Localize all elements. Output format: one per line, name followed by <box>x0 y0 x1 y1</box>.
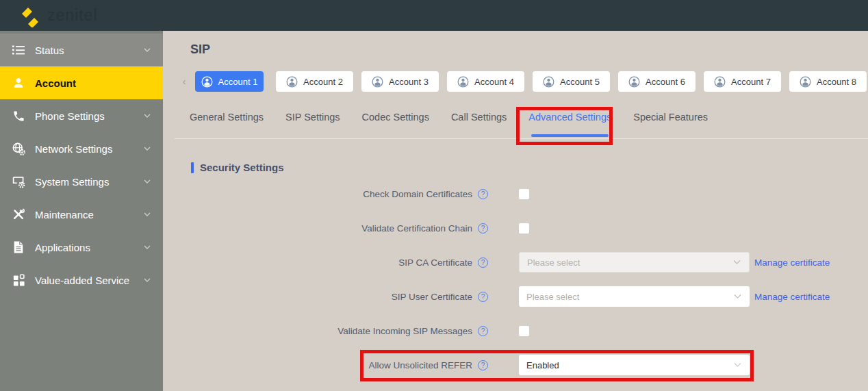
account-tab-label: Account 5 <box>560 77 600 87</box>
document-icon <box>10 239 27 255</box>
account-tab-label: Account 6 <box>646 77 685 87</box>
account-tabs-row: ‹ Account 1 Account 2 <box>180 71 868 92</box>
chevron-down-icon <box>144 245 151 249</box>
user-circle-icon <box>714 76 726 88</box>
sidebar-item-value-added-service[interactable]: Value-added Service <box>0 264 163 297</box>
sidebar-item-phone-settings[interactable]: Phone Settings <box>0 99 163 132</box>
allow-unsolicited-refer-select[interactable]: Enabled <box>519 355 750 375</box>
sidebar-item-label: Network Settings <box>35 143 112 155</box>
chevron-down-icon <box>144 212 151 216</box>
sidebar-item-label: Phone Settings <box>35 110 105 122</box>
check-domain-certificates-checkbox[interactable] <box>519 189 529 199</box>
sidebar-item-network-settings[interactable]: Network Settings <box>0 132 163 165</box>
user-circle-icon <box>286 76 298 88</box>
section-header: Security Settings <box>191 162 284 173</box>
chevron-down-icon <box>144 179 151 184</box>
account-tab-label: Account 1 <box>218 77 258 87</box>
brand-name: zenitel <box>47 6 97 25</box>
tab-special-features[interactable]: Special Features <box>633 108 708 137</box>
account-tab-label: Account 8 <box>817 77 856 87</box>
form-row-validate-certification-chain: Validate Certification Chain ? <box>163 211 868 245</box>
account-tab-4[interactable]: Account 4 <box>447 71 524 92</box>
account-tab-7[interactable]: Account 7 <box>704 71 781 92</box>
globe-gear-icon <box>10 140 27 157</box>
form-row-sip-user-certificate: SIP User Certificate ? Please select Man… <box>163 279 868 314</box>
section-accent-bar <box>191 162 194 173</box>
select-value: Enabled <box>526 360 559 370</box>
help-icon[interactable]: ? <box>478 257 488 268</box>
security-settings-form: Check Domain Certificates ? Validate Cer… <box>163 177 868 382</box>
sidebar-item-status[interactable]: Status <box>0 34 163 66</box>
sip-user-certificate-select[interactable]: Please select <box>519 286 750 307</box>
monitor-gear-icon <box>10 173 27 190</box>
chevron-down-icon <box>144 114 151 118</box>
account-tab-3[interactable]: Account 3 <box>361 71 439 92</box>
chevron-down-icon <box>733 260 741 265</box>
account-tab-1[interactable]: Account 1 <box>195 71 264 92</box>
manage-certificate-link[interactable]: Manage certificate <box>754 292 830 302</box>
sidebar-item-applications[interactable]: Applications <box>0 231 163 264</box>
validate-certification-chain-checkbox[interactable] <box>519 223 529 234</box>
account-tab-5[interactable]: Account 5 <box>533 71 610 92</box>
tab-codec-settings[interactable]: Codec Settings <box>362 108 429 137</box>
field-label: Validate Certification Chain <box>163 223 472 234</box>
account-tab-label: Account 7 <box>731 77 771 87</box>
account-tab-label: Account 4 <box>474 77 514 87</box>
app-window: zenitel Status Account <box>0 0 868 391</box>
field-label: SIP CA Certificate <box>163 257 472 268</box>
top-header-bar: zenitel <box>0 0 868 31</box>
tab-sip-settings[interactable]: SIP Settings <box>285 108 340 137</box>
select-value: Please select <box>527 257 580 268</box>
grid-icon <box>10 272 27 288</box>
form-row-sip-ca-certificate: SIP CA Certificate ? Please select Manag… <box>163 245 868 279</box>
help-icon[interactable]: ? <box>478 189 488 199</box>
list-icon <box>10 42 27 58</box>
user-circle-icon <box>201 76 213 88</box>
form-row-allow-unsolicited-refer: Allow Unsolicited REFER ? Enabled <box>163 348 868 382</box>
page-title: SIP <box>190 42 210 57</box>
help-icon[interactable]: ? <box>478 326 488 336</box>
account-tab-2[interactable]: Account 2 <box>276 71 353 92</box>
chevron-down-icon <box>734 294 741 299</box>
sidebar-item-label: Value-added Service <box>35 275 129 286</box>
validate-incoming-sip-messages-checkbox[interactable] <box>519 326 529 336</box>
zenitel-logo-icon <box>18 4 42 27</box>
account-tab-8[interactable]: Account 8 <box>789 71 867 92</box>
user-circle-icon <box>800 76 811 88</box>
sidebar-nav: Status Account Phone Settings <box>0 31 163 391</box>
tab-general-settings[interactable]: General Settings <box>190 108 264 137</box>
user-icon <box>10 75 27 91</box>
chevron-down-icon <box>144 278 151 282</box>
form-row-check-domain-certificates: Check Domain Certificates ? <box>163 177 868 211</box>
section-title: Security Settings <box>200 162 284 173</box>
chevron-down-icon <box>144 147 151 151</box>
tools-icon <box>10 206 27 223</box>
manage-certificate-link[interactable]: Manage certificate <box>754 257 830 268</box>
user-circle-icon <box>543 76 554 88</box>
account-tab-label: Account 2 <box>303 77 343 87</box>
settings-tabs-row: General Settings SIP Settings Codec Sett… <box>190 108 708 137</box>
tab-call-settings[interactable]: Call Settings <box>451 108 507 137</box>
sidebar-item-label: Account <box>35 77 76 89</box>
sidebar-item-maintenance[interactable]: Maintenance <box>0 198 163 231</box>
sidebar-item-system-settings[interactable]: System Settings <box>0 165 163 198</box>
scroll-left-icon[interactable]: ‹ <box>180 71 188 92</box>
phone-icon <box>10 108 27 124</box>
sidebar-item-account[interactable]: Account <box>0 66 163 99</box>
tab-advanced-settings[interactable]: Advanced Settings <box>528 108 611 137</box>
help-icon[interactable]: ? <box>478 292 488 302</box>
sidebar-item-label: Maintenance <box>35 209 94 220</box>
tabs-divider <box>175 138 868 139</box>
select-value: Please select <box>526 292 579 302</box>
sip-ca-certificate-select[interactable]: Please select <box>519 252 750 273</box>
user-circle-icon <box>372 76 383 88</box>
field-label: SIP User Certificate <box>163 292 472 302</box>
help-icon[interactable]: ? <box>478 223 488 234</box>
chevron-down-icon <box>734 363 741 368</box>
field-label: Validate Incoming SIP Messages <box>163 326 472 336</box>
field-label: Check Domain Certificates <box>163 189 472 199</box>
sidebar-item-label: Status <box>35 45 64 56</box>
main-content: SIP ‹ Account 1 Account 2 <box>163 31 868 391</box>
help-icon[interactable]: ? <box>478 360 488 370</box>
account-tab-6[interactable]: Account 6 <box>618 71 695 92</box>
